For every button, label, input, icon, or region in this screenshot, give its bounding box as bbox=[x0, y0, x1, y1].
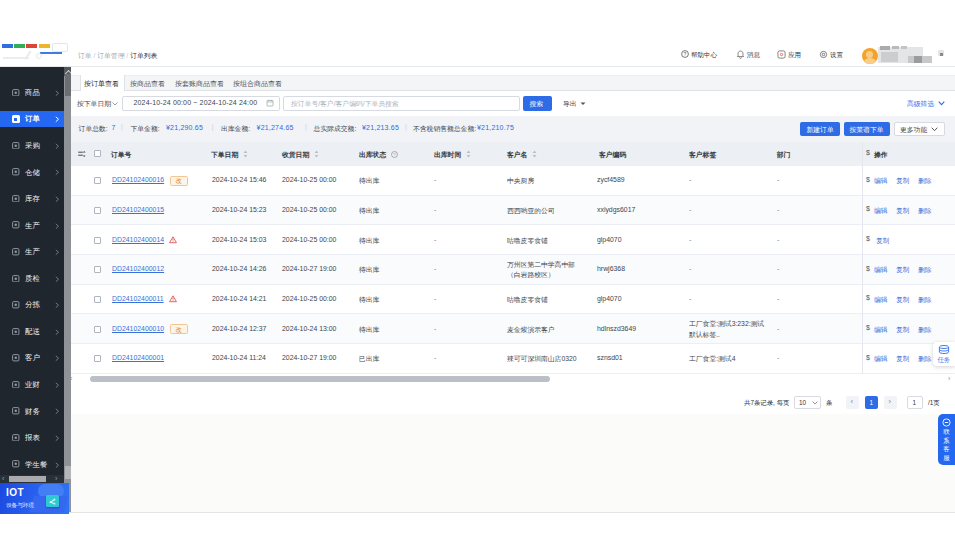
svg-text:?: ? bbox=[393, 152, 396, 157]
svg-text:?: ? bbox=[684, 51, 687, 57]
